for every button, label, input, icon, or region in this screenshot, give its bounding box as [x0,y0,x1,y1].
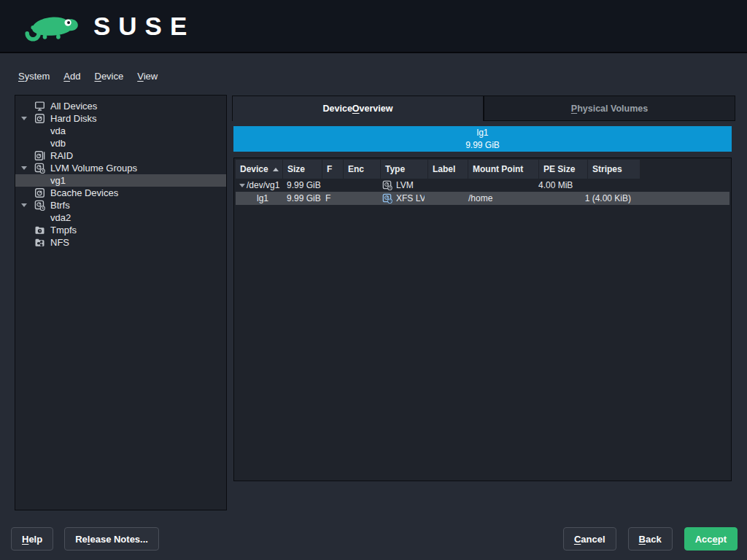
main-panel: Device OverviewPhysical Volumes lg1 9.99… [232,96,735,510]
device-name: /dev/vg1 [247,180,279,190]
cell-pe-size: 4.00 MiB [534,179,582,192]
sidebar-item-vdb[interactable]: vdb [15,137,226,149]
help-button[interactable]: Help [11,527,53,551]
cell-enc [341,179,378,192]
cell-enc [341,192,378,205]
back-button[interactable]: Back [628,527,673,551]
device-name: lg1 [247,193,268,203]
sidebar-item-vg1[interactable]: vg1 [15,174,226,187]
column-header-f[interactable]: F [322,160,343,179]
cell-size: 9.99 GiB [282,179,321,192]
tab-bar: Device OverviewPhysical Volumes [232,96,735,121]
cell-mount-point [464,179,534,192]
sidebar-item-label: LVM Volume Groups [50,163,137,174]
table-row-dev-vg1[interactable]: /dev/vg19.99 GiBLVM4.00 MiB [236,179,729,192]
menu-device[interactable]: Device [93,68,124,85]
tab-device-overview[interactable]: Device Overview [232,96,484,121]
column-header-label: F [327,164,332,174]
sidebar-item-label: Bcache Devices [50,187,118,198]
mnemonic-underline: O [352,104,360,114]
sort-ascending-icon [273,168,279,171]
cell-value: 1 (4.00 KiB) [585,193,631,203]
column-header-enc[interactable]: Enc [344,160,380,179]
footer-right-buttons: CancelBackAccept [563,527,738,551]
mnemonic-underline: B [639,534,646,545]
column-header-label: Stripes [592,164,622,174]
sidebar-item-lvm-volume-groups[interactable]: LVM Volume Groups [15,162,226,174]
mnemonic-underline: C [574,534,581,545]
sidebar-item-btrfs[interactable]: Btrfs [15,199,226,211]
mnemonic-underline: A [63,71,70,82]
cell-stripes [582,179,634,192]
menubar: SystemAddDeviceView [18,68,158,85]
sidebar-item-label: Tmpfs [50,225,77,236]
column-header-device[interactable]: Device [236,160,282,179]
column-header-mount-point[interactable]: Mount Point [468,160,538,179]
column-header-label: Label [433,164,455,174]
sidebar-item-label: vda [50,125,66,136]
column-header-label: Type [385,164,405,174]
column-header-label: Size [287,164,305,174]
sidebar-item-raid[interactable]: RAID [15,149,226,162]
sidebar-item-tmpfs[interactable]: Tmpfs [15,224,226,236]
cell-value: 9.99 GiB [287,180,321,190]
expander-down-icon[interactable] [21,166,34,170]
sidebar-item-hard-disks[interactable]: Hard Disks [15,112,226,125]
cell-label [425,179,464,192]
sidebar-item-label: NFS [50,237,69,248]
top-banner: SUSE [0,0,747,53]
cell-device: lg1 [236,192,282,205]
disk-clock-icon [382,180,392,190]
device-tree-panel: All DevicesHard DisksvdavdbRAIDLVM Volum… [15,95,227,510]
tab-physical-volumes[interactable]: Physical Volumes [484,96,735,121]
cell-label [425,192,464,205]
column-header-pe-size[interactable]: PE Size [539,160,587,179]
raid-icon [34,150,49,161]
sidebar-item-all-devices[interactable]: All Devices [15,100,226,112]
device-table-panel: DeviceSizeFEncTypeLabelMount PointPE Siz… [233,158,732,481]
column-header-stripes[interactable]: Stripes [588,160,640,179]
device-table-body: /dev/vg19.99 GiBLVM4.00 MiBlg19.99 GiBFX… [236,179,729,205]
column-header-size[interactable]: Size [283,160,322,179]
chameleon-icon [20,9,83,44]
expander-down-icon[interactable] [237,184,247,187]
accept-button[interactable]: Accept [684,527,738,551]
column-header-type[interactable]: Type [381,160,427,179]
table-row-lg1[interactable]: lg19.99 GiBFXFS LV/home1 (4.00 KiB) [236,192,729,205]
disk-clock-icon [34,163,49,174]
selected-device-summary: lg1 9.99 GiB [233,126,732,152]
cancel-button[interactable]: Cancel [563,527,616,551]
type-label: LVM [396,180,414,190]
cell-value: 4.00 MiB [538,180,573,190]
menu-add[interactable]: Add [63,68,81,85]
sidebar-item-vda[interactable]: vda [15,125,226,137]
sidebar-item-label: RAID [50,150,73,161]
sidebar-item-bcache-devices[interactable]: Bcache Devices [15,187,226,199]
menu-view[interactable]: View [136,68,158,85]
device-table-header: DeviceSizeFEncTypeLabelMount PointPE Siz… [236,160,729,179]
brand-wordmark: SUSE [93,13,195,39]
disk-icon [34,113,49,124]
column-header-label: Enc [348,164,364,174]
suse-logo: SUSE [20,9,195,44]
mnemonic-underline: V [137,71,143,82]
summary-size: 9.99 GiB [465,139,500,151]
cell-type: XFS LV [378,192,425,205]
cell-f [321,179,341,192]
release-notes-button[interactable]: Release Notes... [64,527,159,551]
sidebar-item-vda2[interactable]: vda2 [15,211,226,224]
sidebar-item-nfs[interactable]: NFS [15,236,226,249]
expander-down-icon[interactable] [21,203,34,207]
column-header-label: Mount Point [473,164,523,174]
summary-title: lg1 [476,127,488,139]
column-header-label: Device [240,164,268,174]
sidebar-item-label: vda2 [50,212,71,223]
sidebar-item-label: All Devices [50,101,97,112]
menu-system[interactable]: System [18,68,50,85]
disk-clock-icon [34,200,49,211]
mnemonic-underline: P [571,104,577,114]
folder-share-icon [34,237,49,248]
sidebar-item-label: Hard Disks [50,113,97,124]
column-header-label[interactable]: Label [428,160,468,179]
expander-down-icon[interactable] [21,117,34,120]
